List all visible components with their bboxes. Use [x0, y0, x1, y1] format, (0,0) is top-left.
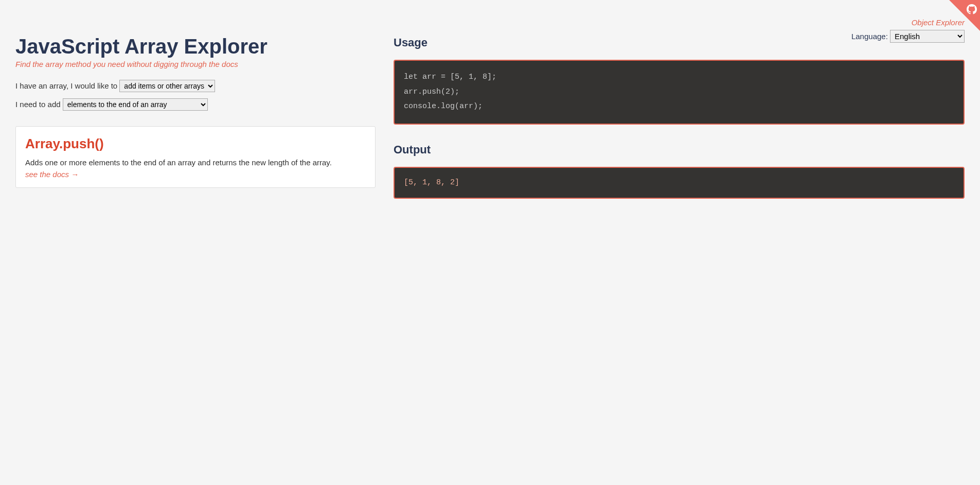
github-icon [967, 4, 977, 14]
page-title: JavaScript Array Explorer [15, 36, 376, 57]
docs-link[interactable]: see the docs → [25, 170, 79, 179]
result-card: Array.push() Adds one or more elements t… [15, 126, 376, 188]
page-subtitle: Find the array method you need without d… [15, 60, 376, 68]
output-heading: Output [394, 143, 965, 157]
result-description: Adds one or more elements to the end of … [25, 158, 366, 167]
usage-code-block: let arr = [5, 1, 8]; arr.push(2); consol… [394, 60, 965, 125]
language-select[interactable]: English [890, 30, 965, 43]
second-selector-label: I need to add [15, 100, 61, 109]
language-bar: Language: English [851, 30, 965, 43]
second-method-select[interactable]: elements to the end of an array [63, 98, 208, 111]
output-code-block: [5, 1, 8, 2] [394, 167, 965, 199]
first-selector-row: I have an array, I would like to add ite… [15, 80, 376, 92]
second-selector-row: I need to add elements to the end of an … [15, 98, 376, 111]
result-method-name: Array.push() [25, 136, 366, 152]
first-method-select[interactable]: add items or other arrays [119, 80, 215, 92]
object-explorer-link[interactable]: Object Explorer [912, 18, 965, 27]
language-label: Language: [851, 32, 888, 41]
first-selector-label: I have an array, I would like to [15, 81, 117, 90]
